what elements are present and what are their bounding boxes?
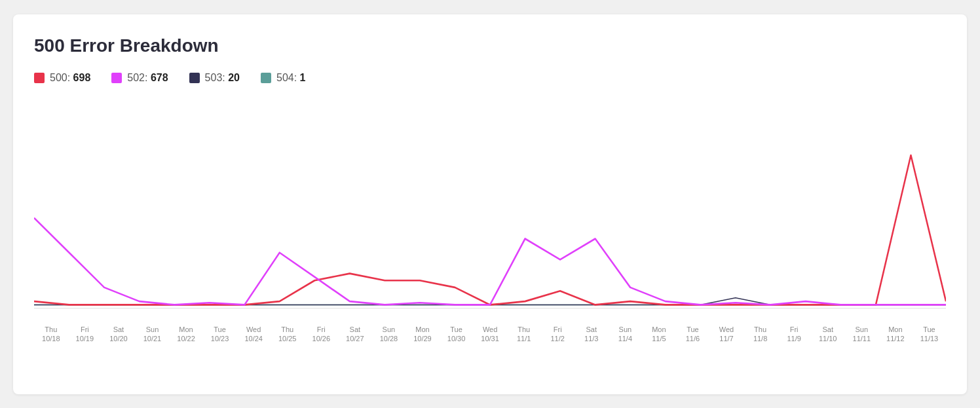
- legend-swatch-500: [34, 73, 45, 83]
- x-tick: Wed11/7: [709, 325, 744, 344]
- x-tick: Fri11/2: [540, 325, 575, 344]
- x-tick: Sun11/11: [845, 325, 879, 344]
- x-tick: Tue10/23: [203, 325, 237, 344]
- x-tick: Wed10/31: [473, 325, 507, 344]
- legend-swatch-504: [261, 73, 271, 83]
- legend-value-504: 1: [300, 72, 306, 83]
- legend-item-504: 504: 1: [261, 72, 306, 84]
- chart-line-502: [34, 217, 946, 305]
- x-tick: Fri10/19: [68, 325, 102, 344]
- chart-area: [34, 100, 946, 322]
- x-tick: Sun11/4: [609, 325, 643, 344]
- x-tick: Mon11/12: [878, 325, 913, 344]
- x-tick: Sun10/21: [136, 325, 170, 344]
- x-axis: Thu10/18Fri10/19Sat10/20Sun10/21Mon10/22…: [34, 325, 946, 344]
- legend-swatch-503: [189, 73, 200, 83]
- legend-label-503: 503: 20: [205, 72, 240, 84]
- x-tick: Mon10/22: [169, 325, 203, 344]
- legend-label-500: 500: 698: [50, 72, 90, 84]
- x-tick: Thu11/8: [744, 325, 778, 344]
- legend-value-502: 678: [151, 72, 168, 83]
- x-tick: Thu10/25: [271, 325, 305, 344]
- legend-value-503: 20: [228, 72, 240, 83]
- x-tick: Mon10/29: [405, 325, 440, 344]
- x-tick: Sat10/20: [102, 325, 136, 344]
- x-tick: Sat11/3: [575, 325, 609, 344]
- legend: 500: 698 502: 678 503: 20 504: 1: [34, 72, 946, 84]
- chart-line-500: [34, 155, 946, 305]
- card: 500 Error Breakdown 500: 698 502: 678 50…: [13, 14, 967, 394]
- x-tick: Sun10/28: [372, 325, 406, 344]
- x-tick: Fri10/26: [305, 325, 339, 344]
- legend-item-503: 503: 20: [189, 72, 240, 84]
- legend-item-500: 500: 698: [34, 72, 90, 84]
- chart-title: 500 Error Breakdown: [34, 35, 946, 56]
- legend-label-502: 502: 678: [127, 72, 168, 84]
- x-tick: Tue11/6: [676, 325, 710, 344]
- x-tick: Tue10/30: [440, 325, 474, 344]
- x-tick: Sat10/27: [338, 325, 372, 344]
- x-tick: Thu11/1: [507, 325, 541, 344]
- legend-label-504: 504: 1: [276, 72, 306, 84]
- x-tick: Tue11/13: [913, 325, 946, 344]
- x-tick: Wed10/24: [236, 325, 271, 344]
- chart-svg: [34, 100, 946, 322]
- legend-value-500: 698: [73, 72, 91, 83]
- legend-item-502: 502: 678: [111, 72, 168, 84]
- legend-swatch-502: [111, 73, 122, 83]
- x-tick: Fri11/9: [777, 325, 811, 344]
- x-tick: Sat11/10: [811, 325, 845, 344]
- x-tick: Mon11/5: [642, 325, 676, 344]
- x-tick: Thu10/18: [34, 325, 68, 344]
